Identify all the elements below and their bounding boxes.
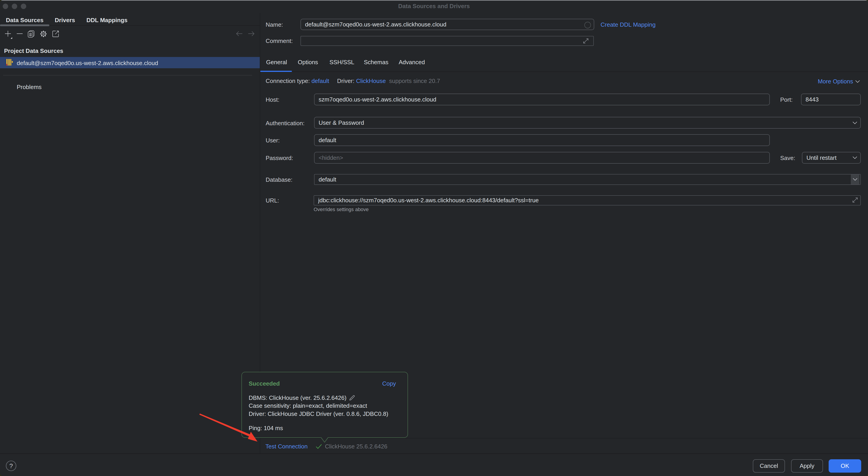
svg-text:?: ?: [9, 463, 13, 470]
